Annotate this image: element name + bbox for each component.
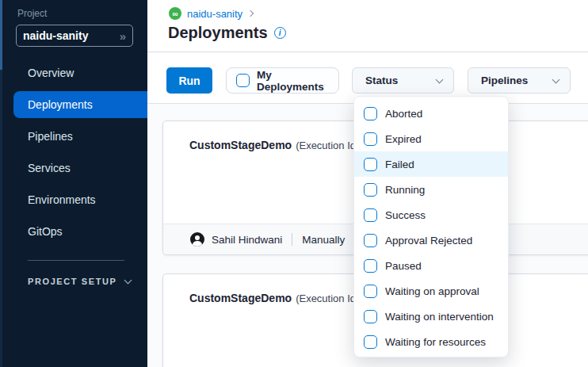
checkbox-icon[interactable]	[364, 158, 377, 171]
status-option-approval-rejected[interactable]: Approval Rejected	[354, 227, 508, 253]
cd-module-icon: ∞	[169, 7, 181, 20]
pipelines-filter-label: Pipelines	[481, 75, 528, 86]
status-option-waiting-for-resources[interactable]: Waiting for resources	[354, 329, 508, 354]
status-option-expired[interactable]: Expired	[354, 126, 508, 151]
status-option-label: Success	[385, 209, 426, 221]
my-deployments-toggle[interactable]: My Deployments	[226, 67, 339, 94]
project-label: Project	[17, 8, 47, 19]
sidebar-item-environments[interactable]: Environments	[0, 184, 147, 216]
status-filter-label: Status	[365, 75, 398, 86]
project-sidebar: Project naidu-sanity » Overview Deployme…	[0, 0, 147, 367]
checkbox-icon[interactable]	[364, 310, 377, 323]
status-option-failed[interactable]: Failed	[354, 151, 508, 177]
checkbox-icon[interactable]	[364, 107, 377, 120]
status-option-label: Running	[385, 184, 425, 196]
app-window: Project naidu-sanity » Overview Deployme…	[0, 0, 588, 367]
pipeline-name: CustomStageDemo	[189, 292, 292, 304]
breadcrumb: ∞ naidu-sanity	[169, 7, 253, 20]
checkbox-icon[interactable]	[364, 234, 377, 247]
sidebar-item-pipelines[interactable]: Pipelines	[0, 120, 147, 152]
sidebar-item-gitops[interactable]: GitOps	[0, 216, 147, 247]
project-selector[interactable]: naidu-sanity »	[16, 25, 133, 47]
triggered-by-user: Sahil Hindwani	[212, 234, 282, 246]
status-option-waiting-on-intervention[interactable]: Waiting on intervention	[354, 304, 508, 329]
my-deployments-label: My Deployments	[257, 69, 338, 93]
checkbox-icon[interactable]	[364, 259, 377, 273]
status-option-label: Failed	[385, 159, 414, 170]
status-dropdown-menu: Aborted Expired Failed Running Success A…	[353, 96, 509, 357]
status-option-label: Paused	[385, 260, 422, 272]
sidebar-divider	[28, 260, 124, 261]
breadcrumb-project-link[interactable]: naidu-sanity	[187, 8, 242, 20]
status-option-label: Waiting on approval	[385, 285, 479, 297]
title-row: Deployments i	[168, 24, 286, 42]
project-setup-toggle[interactable]: PROJECT SETUP	[28, 277, 131, 286]
status-filter-dropdown[interactable]: Status	[352, 67, 454, 94]
chevron-right-icon	[247, 10, 254, 17]
chevron-down-icon	[124, 277, 132, 285]
sidebar-nav: Overview Deployments Pipelines Services …	[0, 57, 147, 247]
status-option-aborted[interactable]: Aborted	[354, 101, 508, 126]
pipeline-name: CustomStageDemo	[189, 139, 292, 151]
checkbox-icon[interactable]	[364, 132, 377, 146]
project-setup-label: PROJECT SETUP	[28, 277, 117, 286]
status-option-running[interactable]: Running	[354, 177, 508, 202]
checkbox-icon[interactable]	[364, 208, 377, 222]
project-name: naidu-sanity	[23, 29, 120, 42]
checkbox-icon[interactable]	[364, 183, 377, 197]
page-header: ∞ naidu-sanity Deployments i	[147, 0, 588, 52]
deployment-title: CustomStageDemo (Execution Id	[189, 292, 356, 304]
page-title: Deployments	[168, 24, 268, 42]
sidebar-item-deployments[interactable]: Deployments	[13, 91, 147, 118]
deployment-title: CustomStageDemo (Execution Id	[189, 139, 356, 151]
pipelines-filter-dropdown[interactable]: Pipelines	[468, 67, 571, 94]
chevron-down-icon	[552, 76, 560, 84]
status-option-label: Waiting for resources	[385, 336, 486, 348]
expand-icon[interactable]: »	[120, 29, 126, 43]
status-option-label: Aborted	[385, 108, 422, 120]
info-icon[interactable]: i	[274, 27, 286, 39]
checkbox-icon[interactable]	[364, 335, 377, 349]
footer-separator	[292, 233, 292, 246]
trigger-type: Manually	[302, 234, 345, 246]
chevron-down-icon	[436, 76, 444, 84]
execution-id-label: (Execution Id	[296, 292, 356, 304]
status-option-success[interactable]: Success	[354, 202, 508, 227]
status-option-paused[interactable]: Paused	[354, 253, 508, 278]
sidebar-item-services[interactable]: Services	[0, 152, 147, 184]
status-option-label: Approval Rejected	[385, 235, 472, 247]
my-deployments-checkbox[interactable]	[236, 74, 250, 87]
status-option-waiting-on-approval[interactable]: Waiting on approval	[354, 278, 508, 304]
run-button[interactable]: Run	[166, 67, 212, 94]
checkbox-icon[interactable]	[364, 285, 377, 298]
status-option-label: Waiting on intervention	[385, 311, 494, 323]
sidebar-item-overview[interactable]: Overview	[0, 57, 147, 89]
execution-id-label: (Execution Id	[296, 140, 356, 151]
status-option-label: Expired	[385, 133, 422, 145]
user-avatar-icon	[190, 232, 204, 247]
